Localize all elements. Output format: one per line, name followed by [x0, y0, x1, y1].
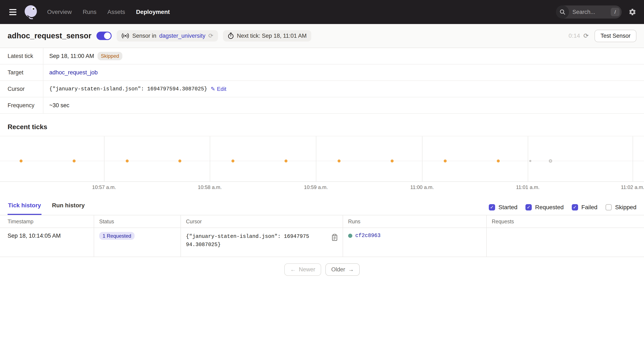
code-location-link[interactable]: dagster_university: [159, 33, 205, 39]
dagster-octopus-icon: [24, 5, 38, 19]
tick-skipped[interactable]: [178, 159, 181, 162]
top-nav: Overview Runs Assets Deployment /: [0, 0, 644, 24]
target-job-link[interactable]: adhoc_request_job: [49, 69, 98, 76]
sensor-header: adhoc_request_sensor Sensor in dagster_u…: [0, 24, 644, 48]
tab-run-history[interactable]: Run history: [52, 202, 85, 215]
detail-label: Cursor: [0, 81, 44, 97]
detail-label: Target: [0, 65, 44, 81]
run-link[interactable]: cf2c8963: [355, 233, 380, 239]
filter-started[interactable]: ✓ Started: [489, 204, 518, 211]
nav-deployment[interactable]: Deployment: [136, 9, 170, 15]
filter-requested[interactable]: ✓ Requested: [526, 204, 564, 211]
hamburger-menu-icon[interactable]: [8, 7, 18, 17]
tick-skipped[interactable]: [497, 159, 500, 162]
filter-label: Requested: [535, 204, 564, 211]
checkbox-requested[interactable]: ✓: [526, 204, 532, 210]
primary-nav: Overview Runs Assets Deployment: [47, 9, 170, 15]
nav-assets[interactable]: Assets: [108, 9, 125, 15]
tick-skipped[interactable]: [284, 159, 288, 162]
tick-skipped[interactable]: [232, 159, 234, 162]
refresh-countdown: 0:14: [568, 33, 580, 39]
checkbox-started[interactable]: ✓: [489, 204, 495, 210]
tick-skipped[interactable]: [20, 159, 22, 162]
tab-tick-history[interactable]: Tick history: [8, 202, 42, 215]
frequency-value: ~30 sec: [49, 102, 69, 109]
tick-timestamp: Sep 18, 10:14:05 AM: [0, 228, 94, 257]
timeline-gridline: [104, 136, 104, 181]
col-timestamp: Timestamp: [0, 215, 94, 228]
tick-row: Sep 18, 10:14:05 AM 1 Requested {"januar…: [0, 228, 644, 257]
cursor-edit-button[interactable]: ✎ Edit: [210, 86, 226, 92]
timeline-baseline: [0, 161, 644, 161]
gear-icon: [628, 8, 636, 16]
pencil-icon: ✎: [210, 86, 215, 92]
recent-ticks-heading: Recent ticks: [0, 114, 644, 136]
timeline-gridline: [633, 136, 633, 181]
tick-skipped[interactable]: [391, 159, 394, 162]
detail-row-latest-tick: Latest tick Sep 18, 11:00 AM Skipped: [0, 48, 644, 65]
latest-tick-time: Sep 18, 11:00 AM: [49, 53, 94, 59]
filter-skipped[interactable]: Skipped: [606, 204, 636, 211]
timeline-axis-line: [0, 181, 644, 182]
timeline-gridline: [422, 136, 422, 181]
timeline-axis-label: 10:58 a.m.: [198, 184, 222, 190]
search-shortcut-badge: /: [611, 8, 620, 16]
filter-label: Failed: [582, 204, 598, 211]
newer-label: Newer: [299, 266, 315, 273]
detail-row-frequency: Frequency ~30 sec: [0, 97, 644, 114]
tick-requests-cell: [486, 228, 644, 257]
edit-label: Edit: [217, 86, 226, 92]
next-tick-text: Next tick: Sep 18, 11:01 AM: [237, 33, 307, 39]
nav-runs[interactable]: Runs: [83, 9, 96, 15]
check-icon: ✓: [490, 205, 494, 210]
refresh-icon[interactable]: ⟳: [583, 33, 588, 39]
col-requests: Requests: [486, 215, 644, 228]
reload-location-icon[interactable]: ⟳: [208, 33, 213, 39]
tick-skipped[interactable]: [126, 159, 129, 162]
col-runs: Runs: [343, 215, 486, 228]
timeline-axis-label: 11:02 a.m.: [621, 184, 644, 190]
recent-ticks-timeline: 10:57 a.m.10:58 a.m.10:59 a.m.11:00 a.m.…: [0, 136, 644, 196]
tick-history-table: Timestamp Status Cursor Runs Requests Se…: [0, 215, 644, 257]
copy-cursor-button[interactable]: [332, 234, 338, 242]
tick-cursor-value: {"january-staten-island.json": 169479759…: [186, 233, 312, 249]
sensor-running-toggle[interactable]: [96, 32, 112, 40]
test-sensor-button[interactable]: Test Sensor: [594, 30, 636, 42]
detail-label: Latest tick: [0, 48, 44, 64]
timeline-axis-label: 11:01 a.m.: [516, 184, 540, 190]
tick-skipped[interactable]: [338, 159, 340, 162]
older-button[interactable]: Older →: [325, 263, 360, 276]
older-label: Older: [331, 266, 345, 273]
page-title: adhoc_request_sensor: [8, 31, 92, 40]
checkbox-skipped[interactable]: [606, 204, 612, 210]
newer-button[interactable]: ← Newer: [284, 263, 321, 276]
detail-row-target: Target adhoc_request_job: [0, 65, 644, 81]
toggle-knob: [104, 33, 111, 39]
checkbox-failed[interactable]: ✓: [572, 204, 578, 210]
check-icon: ✓: [573, 205, 576, 210]
pagination: ← Newer Older →: [0, 263, 644, 276]
tick-skipped[interactable]: [73, 159, 76, 162]
search-box[interactable]: /: [556, 6, 622, 19]
filter-failed[interactable]: ✓ Failed: [572, 204, 598, 211]
nav-right: /: [556, 6, 637, 19]
search-icon: [556, 6, 569, 19]
run-status-dot: [348, 234, 352, 238]
dagster-logo[interactable]: [24, 5, 38, 19]
settings-button[interactable]: [628, 8, 636, 16]
latest-tick-status-badge: Skipped: [98, 52, 122, 60]
next-tick-pill: Next tick: Sep 18, 11:01 AM: [223, 30, 311, 42]
timeline-gridline: [528, 136, 528, 181]
sensor-details: Latest tick Sep 18, 11:00 AM Skipped Tar…: [0, 48, 644, 114]
cursor-value: {"january-staten-island.json": 169479759…: [49, 86, 207, 92]
arrow-left-icon: ←: [290, 266, 296, 273]
sensor-pill-text: Sensor in: [132, 33, 156, 39]
tick-status-badge: 1 Requested: [99, 232, 134, 240]
search-input[interactable]: [569, 9, 611, 15]
nav-overview[interactable]: Overview: [47, 9, 72, 15]
check-icon: ✓: [527, 205, 530, 210]
tick-skipped[interactable]: [444, 159, 447, 162]
col-cursor: Cursor: [181, 215, 343, 228]
status-filters: ✓ Started ✓ Requested ✓ Failed Skipped: [489, 204, 636, 215]
col-status: Status: [94, 215, 181, 228]
